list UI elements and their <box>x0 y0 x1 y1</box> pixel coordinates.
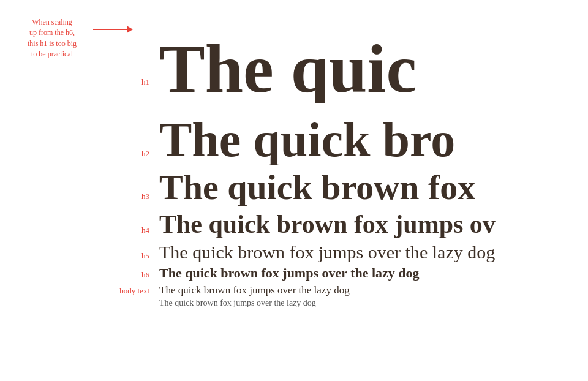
h4-label-col: h4 <box>0 224 159 235</box>
body2-row: The quick brown fox jumps over the lazy … <box>0 297 588 309</box>
h6-label-col: h6 <box>0 269 159 280</box>
arrow-line <box>93 29 127 30</box>
h2-tag: h2 <box>141 149 149 158</box>
h4-row: h4 The quick brown fox jumps ov <box>0 209 588 239</box>
body-label-col: body text <box>0 285 159 296</box>
h4-tag: h4 <box>141 225 149 235</box>
h2-sample-text: The quick bro <box>159 114 588 165</box>
h3-sample-text: The quick brown fox <box>159 168 588 207</box>
annotation-line1: When scaling up from the h6, this h1 is … <box>28 18 77 58</box>
h2-label-col: h2 <box>0 148 159 159</box>
h4-sample-text: The quick brown fox jumps ov <box>159 209 588 239</box>
h1-tag: h1 <box>141 77 149 87</box>
h5-row: h5 The quick brown fox jumps over the la… <box>0 241 588 263</box>
h1-sample-text: The quic <box>159 34 588 103</box>
h6-tag: h6 <box>141 270 149 279</box>
h1-row: When scaling up from the h6, this h1 is … <box>0 12 588 109</box>
h3-tag: h3 <box>141 192 149 201</box>
arrow-indicator <box>93 26 133 33</box>
h6-row: h6 The quick brown fox jumps over the la… <box>0 265 588 282</box>
h6-sample-text: The quick brown fox jumps over the lazy … <box>159 265 588 282</box>
arrow-head <box>127 26 133 33</box>
h5-tag: h5 <box>141 251 149 260</box>
h5-label-col: h5 <box>0 250 159 261</box>
h3-label-col: h3 <box>0 190 159 202</box>
h3-row: h3 The quick brown fox <box>0 168 588 207</box>
h1-annotation: When scaling up from the h6, this h1 is … <box>12 17 92 60</box>
h1-label-area: When scaling up from the h6, this h1 is … <box>0 12 159 92</box>
body2-sample-text: The quick brown fox jumps over the lazy … <box>159 297 588 309</box>
h5-sample-text: The quick brown fox jumps over the lazy … <box>159 241 588 263</box>
body-row: body text The quick brown fox jumps over… <box>0 283 588 298</box>
main-container: When scaling up from the h6, this h1 is … <box>0 12 588 381</box>
body-tag: body text <box>119 286 149 295</box>
h2-row: h2 The quick bro <box>0 114 588 165</box>
body-sample-text: The quick brown fox jumps over the lazy … <box>159 283 588 298</box>
